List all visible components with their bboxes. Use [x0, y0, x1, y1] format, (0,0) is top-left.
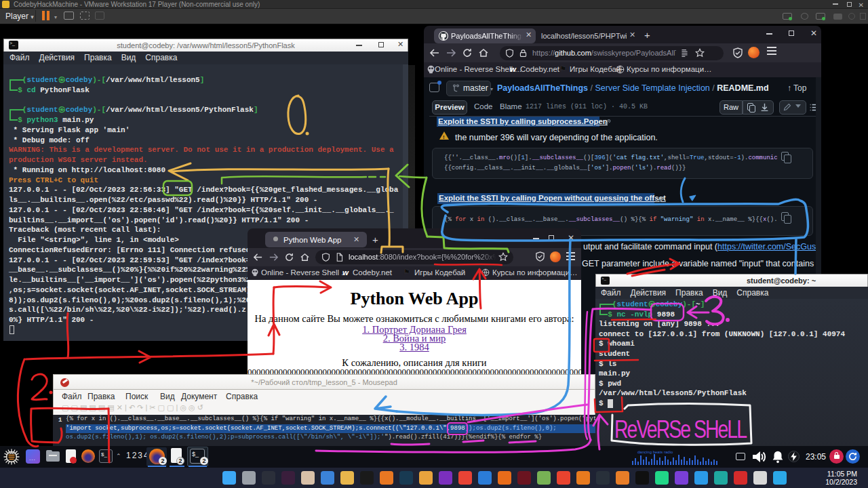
svg-text:ReVeRSe SHeLL: ReVeRSe SHeLL: [614, 415, 747, 443]
